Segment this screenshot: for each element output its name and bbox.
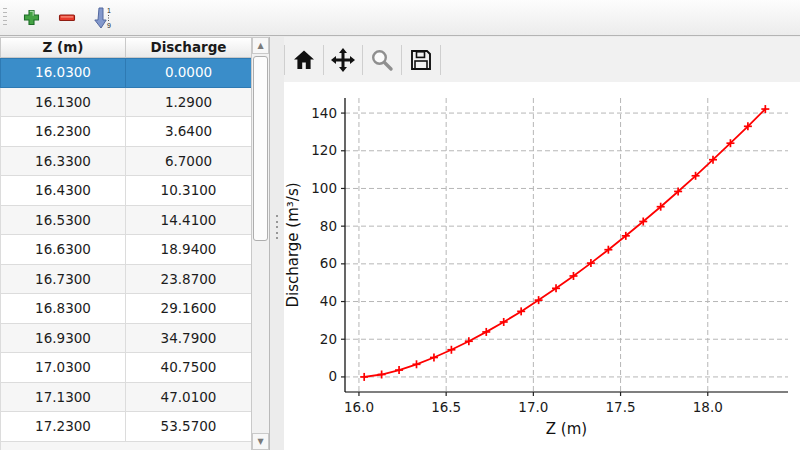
table-row[interactable]: 16.33006.7000	[0, 147, 252, 177]
x-tick-label: 18.0	[693, 399, 723, 415]
minus-icon	[58, 9, 76, 26]
x-tick-label: 17.0	[518, 399, 548, 415]
scroll-down-button[interactable]: ▼	[252, 433, 269, 450]
table-row[interactable]: 16.430010.3100	[0, 176, 252, 206]
column-header-discharge[interactable]: Discharge (m³/s)	[126, 37, 252, 58]
z-value-cell[interactable]: 16.9300	[0, 324, 126, 354]
add-row-button[interactable]	[17, 4, 45, 32]
svg-text:9: 9	[107, 22, 111, 29]
y-tick-label: 20	[320, 331, 337, 347]
remove-row-button[interactable]	[53, 4, 81, 32]
table-row[interactable]: 16.530014.4100	[0, 206, 252, 236]
y-tick-label: 120	[311, 142, 337, 158]
sort-rows-button[interactable]: 1 9	[89, 4, 117, 32]
discharge-value-cell[interactable]: 23.8700	[126, 265, 252, 295]
toolbar-grip[interactable]	[3, 8, 7, 28]
table-row[interactable]: 16.630018.9400	[0, 235, 252, 265]
table-row[interactable]: 16.13001.2900	[0, 88, 252, 118]
table-row[interactable]: 16.730023.8700	[0, 265, 252, 295]
x-tick-label: 16.5	[431, 399, 461, 415]
home-icon	[292, 48, 316, 72]
column-header-z[interactable]: Z (m)	[0, 37, 126, 58]
table-body: 16.03000.000016.13001.290016.23003.64001…	[0, 58, 252, 450]
partial-row	[0, 442, 252, 450]
save-icon	[409, 48, 433, 72]
z-value-cell[interactable]: 17.2300	[0, 412, 126, 442]
x-axis-label: Z (m)	[546, 420, 587, 438]
main-toolbar: 1 9	[0, 0, 800, 36]
discharge-value-cell[interactable]: 47.0100	[126, 383, 252, 413]
table-row[interactable]: 16.930034.7900	[0, 324, 252, 354]
y-tick-label: 40	[320, 293, 337, 309]
y-axis-label: Discharge (m³/s)	[284, 182, 302, 307]
home-view-button[interactable]	[285, 41, 323, 79]
plus-icon	[23, 9, 40, 26]
rating-table-panel: Z (m) Discharge (m³/s) 16.03000.000016.1…	[0, 37, 270, 450]
z-value-cell[interactable]: 16.3300	[0, 147, 126, 177]
discharge-value-cell[interactable]: 40.7500	[126, 353, 252, 383]
z-value-cell[interactable]: 16.4300	[0, 176, 126, 206]
rating-curve-line	[364, 109, 765, 377]
z-value-cell[interactable]: 16.6300	[0, 235, 126, 265]
z-value-cell[interactable]: 16.8300	[0, 294, 126, 324]
discharge-value-cell[interactable]: 6.7000	[126, 147, 252, 177]
chart-figure: 16.016.517.017.518.0020406080100120140Z …	[284, 82, 800, 450]
table-row[interactable]: 16.830029.1600	[0, 294, 252, 324]
zoom-rect-button[interactable]	[363, 41, 401, 79]
discharge-value-cell[interactable]: 18.9400	[126, 235, 252, 265]
table-scrollbar[interactable]: ▲ ▼	[251, 37, 269, 450]
chart-toolbar	[284, 37, 800, 82]
z-value-cell[interactable]: 16.7300	[0, 265, 126, 295]
y-tick-label: 100	[311, 180, 337, 196]
discharge-value-cell[interactable]: 14.4100	[126, 206, 252, 236]
scrollbar-thumb[interactable]	[253, 56, 268, 241]
discharge-value-cell[interactable]: 29.1600	[126, 294, 252, 324]
magnifier-icon	[370, 48, 394, 72]
table-row[interactable]: 17.030040.7500	[0, 353, 252, 383]
discharge-value-cell[interactable]: 0.0000	[126, 58, 252, 88]
z-value-cell[interactable]: 16.2300	[0, 117, 126, 147]
table-row[interactable]: 16.03000.0000	[0, 58, 252, 88]
save-figure-button[interactable]	[402, 41, 440, 79]
table-header: Z (m) Discharge (m³/s)	[0, 37, 269, 58]
pan-arrows-icon	[330, 47, 356, 73]
discharge-value-cell[interactable]: 34.7900	[126, 324, 252, 354]
y-tick-label: 0	[328, 368, 337, 384]
z-value-cell[interactable]: 16.1300	[0, 88, 126, 118]
svg-text:1: 1	[107, 7, 111, 14]
y-tick-label: 140	[311, 105, 337, 121]
pan-button[interactable]	[324, 41, 362, 79]
z-value-cell[interactable]: 17.1300	[0, 383, 126, 413]
z-value-cell[interactable]: 16.0300	[0, 58, 126, 88]
discharge-value-cell[interactable]: 10.3100	[126, 176, 252, 206]
splitter-handle-icon	[276, 215, 278, 239]
z-value-cell[interactable]: 16.5300	[0, 206, 126, 236]
y-tick-label: 60	[320, 255, 337, 271]
x-tick-label: 17.5	[606, 399, 636, 415]
discharge-value-cell[interactable]: 53.5700	[126, 412, 252, 442]
x-tick-label: 16.0	[344, 399, 374, 415]
panel-splitter[interactable]	[271, 37, 284, 450]
rating-curve-chart[interactable]: 16.016.517.017.518.0020406080100120140Z …	[284, 82, 800, 450]
toolbar-separator	[440, 45, 441, 75]
discharge-value-cell[interactable]: 1.2900	[126, 88, 252, 118]
table-row[interactable]: 17.230053.5700	[0, 412, 252, 442]
z-value-cell[interactable]: 17.0300	[0, 353, 126, 383]
table-row[interactable]: 17.130047.0100	[0, 383, 252, 413]
sort-ascending-icon: 1 9	[92, 6, 114, 30]
chart-panel: 16.016.517.017.518.0020406080100120140Z …	[284, 37, 800, 450]
scroll-up-button[interactable]: ▲	[252, 37, 269, 54]
discharge-value-cell[interactable]: 3.6400	[126, 117, 252, 147]
y-tick-label: 80	[320, 218, 337, 234]
table-row[interactable]: 16.23003.6400	[0, 117, 252, 147]
